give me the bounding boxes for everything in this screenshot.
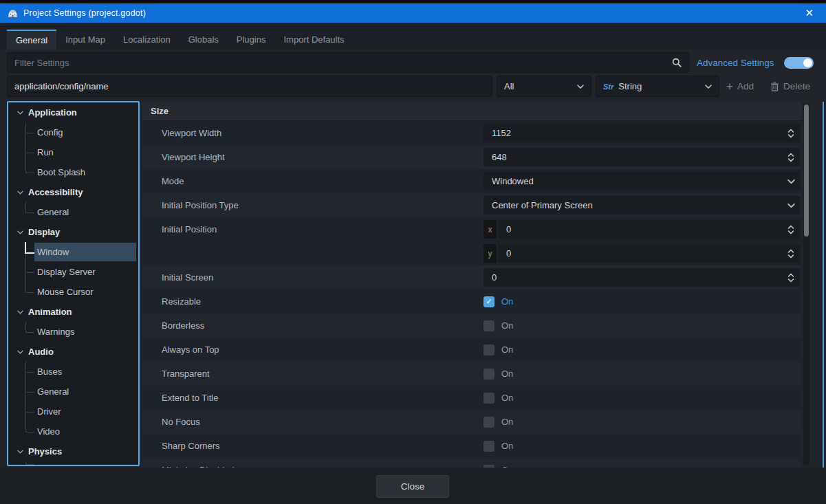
sidebar-section-display[interactable]: Display bbox=[8, 222, 138, 242]
filter-placeholder: Filter Settings bbox=[14, 58, 672, 68]
checkbox-state-label: On bbox=[501, 296, 513, 307]
property-type-select[interactable]: Str String bbox=[596, 76, 719, 97]
sidebar-item-general[interactable]: General bbox=[8, 382, 138, 402]
sidebar-item-buses[interactable]: Buses bbox=[8, 362, 138, 382]
sidebar-section-label: Animation bbox=[28, 307, 72, 317]
setting-label: Extend to Title bbox=[162, 386, 218, 410]
tab-globals[interactable]: Globals bbox=[180, 30, 228, 50]
checkbox-state-label: On bbox=[501, 417, 513, 427]
checkbox-transparent[interactable] bbox=[483, 369, 494, 380]
sidebar-section-label: Physics bbox=[28, 446, 62, 457]
bottom-bar: Close bbox=[0, 468, 826, 504]
property-name-input[interactable]: application/config/name bbox=[7, 76, 492, 97]
advanced-settings-toggle[interactable] bbox=[784, 57, 814, 69]
sidebar-section-label: Application bbox=[28, 107, 77, 118]
dropdown-field[interactable]: Windowed bbox=[483, 172, 800, 190]
sidebar-item-label: Driver bbox=[37, 406, 61, 417]
sidebar-section-animation[interactable]: Animation bbox=[8, 302, 138, 322]
checkbox-no-focus[interactable] bbox=[483, 417, 494, 428]
sidebar-item-run[interactable]: Run bbox=[8, 142, 138, 162]
spinbox-field[interactable]: 1152 bbox=[483, 124, 800, 142]
checkbox-state-label: On bbox=[501, 393, 513, 403]
spinbox-field[interactable]: 0 bbox=[498, 220, 800, 239]
setting-label: Viewport Height bbox=[162, 145, 225, 169]
chevron-down-icon bbox=[17, 310, 23, 314]
sidebar-item-label: Mouse Cursor bbox=[37, 287, 94, 297]
add-property-button[interactable]: + Add bbox=[726, 76, 754, 97]
sidebar-item-label: Video bbox=[37, 426, 60, 437]
sidebar-section-label: Accessibility bbox=[28, 187, 83, 197]
sidebar-item-driver[interactable]: Driver bbox=[8, 402, 138, 421]
setting-row-viewport-width: Viewport Width1152 bbox=[142, 121, 801, 145]
spin-updown-icon[interactable] bbox=[787, 128, 795, 138]
spin-updown-icon[interactable] bbox=[787, 152, 795, 162]
spinbox-field[interactable]: 0 bbox=[498, 244, 800, 263]
filter-settings-input[interactable]: Filter Settings bbox=[7, 52, 689, 73]
sidebar-item-mouse-cursor[interactable]: Mouse Cursor bbox=[8, 282, 138, 302]
sidebar-item-video[interactable]: Video bbox=[8, 421, 138, 441]
spin-updown-icon[interactable] bbox=[787, 248, 795, 259]
sidebar-item-warnings[interactable]: Warnings bbox=[8, 322, 138, 342]
sidebar-item-boot-splash[interactable]: Boot Splash bbox=[8, 162, 138, 182]
setting-label: Always on Top bbox=[162, 338, 219, 362]
sidebar-section-physics[interactable]: Physics bbox=[8, 441, 138, 461]
titlebar[interactable]: Project Settings (project.godot) ✕ bbox=[0, 3, 826, 23]
vector-component-x: x0 bbox=[483, 217, 800, 241]
sidebar-section-label: Audio bbox=[28, 347, 54, 357]
field-value: Center of Primary Screen bbox=[492, 200, 593, 210]
setting-row-borderless: BorderlessOn bbox=[142, 314, 801, 338]
tab-import-defaults[interactable]: Import Defaults bbox=[274, 30, 353, 50]
tab-label: Globals bbox=[188, 34, 219, 45]
setting-label: Transparent bbox=[162, 362, 210, 386]
tab-bar: GeneralInput MapLocalizationGlobalsPlugi… bbox=[0, 23, 826, 50]
close-button[interactable]: Close bbox=[376, 475, 449, 498]
spin-updown-icon[interactable] bbox=[787, 272, 795, 283]
sidebar-item-label: Boot Splash bbox=[37, 167, 85, 177]
field-value: Windowed bbox=[492, 176, 534, 186]
setting-label: Resizable bbox=[162, 289, 201, 314]
checkbox-extend-to-title[interactable] bbox=[483, 393, 494, 404]
setting-label: Viewport Width bbox=[162, 121, 221, 145]
checkbox-state-label: On bbox=[501, 441, 513, 451]
sidebar-item-config[interactable]: Config bbox=[8, 122, 138, 142]
settings-section-tree[interactable]: ApplicationConfigRunBoot SplashAccessibi… bbox=[7, 101, 140, 466]
chevron-down-icon bbox=[17, 450, 23, 454]
checkbox-always-on-top[interactable] bbox=[483, 344, 494, 355]
tab-localization[interactable]: Localization bbox=[114, 30, 180, 50]
chevron-down-icon bbox=[705, 85, 712, 89]
window-close-button[interactable]: ✕ bbox=[799, 7, 819, 19]
sidebar-section-audio[interactable]: Audio bbox=[8, 342, 138, 362]
spin-updown-icon[interactable] bbox=[787, 224, 795, 234]
tab-input-map[interactable]: Input Map bbox=[56, 30, 114, 50]
checkbox-resizable[interactable]: ✓ bbox=[483, 296, 494, 307]
spinbox-field[interactable]: 648 bbox=[483, 148, 800, 166]
chevron-down-icon[interactable] bbox=[787, 179, 795, 184]
sidebar-item-general[interactable]: General bbox=[8, 202, 138, 222]
field-value: 0 bbox=[506, 224, 511, 234]
delete-property-button[interactable]: Delete bbox=[770, 76, 810, 97]
string-type-icon: Str bbox=[603, 83, 613, 91]
sidebar-section-application[interactable]: Application bbox=[8, 102, 138, 122]
chevron-down-icon bbox=[17, 350, 23, 354]
plus-icon: + bbox=[726, 80, 733, 92]
axis-y-badge: y bbox=[483, 244, 497, 263]
checkbox-sharp-corners[interactable] bbox=[483, 441, 494, 452]
checkbox-borderless[interactable] bbox=[483, 320, 494, 331]
setting-label: Mode bbox=[162, 169, 184, 193]
sidebar-section-accessibility[interactable]: Accessibility bbox=[8, 182, 138, 202]
sidebar-item-label: Warnings bbox=[37, 327, 74, 337]
spinbox-field[interactable]: 0 bbox=[483, 268, 800, 287]
dropdown-field[interactable]: Center of Primary Screen bbox=[483, 196, 800, 215]
vertical-scrollbar[interactable] bbox=[803, 103, 809, 465]
setting-label: No Focus bbox=[162, 410, 200, 434]
sidebar-item-display-server[interactable]: Display Server bbox=[8, 262, 138, 282]
checkbox-state-label: On bbox=[501, 344, 513, 355]
chevron-down-icon[interactable] bbox=[787, 203, 795, 208]
sidebar-item-window[interactable]: Window bbox=[8, 242, 138, 262]
sidebar-item-label: Run bbox=[37, 147, 54, 157]
tab-general[interactable]: General bbox=[7, 30, 56, 50]
setting-label: Borderless bbox=[162, 314, 204, 338]
feature-filter-select[interactable]: All bbox=[497, 76, 591, 97]
tab-plugins[interactable]: Plugins bbox=[228, 30, 275, 50]
scrollbar-thumb[interactable] bbox=[804, 105, 809, 237]
